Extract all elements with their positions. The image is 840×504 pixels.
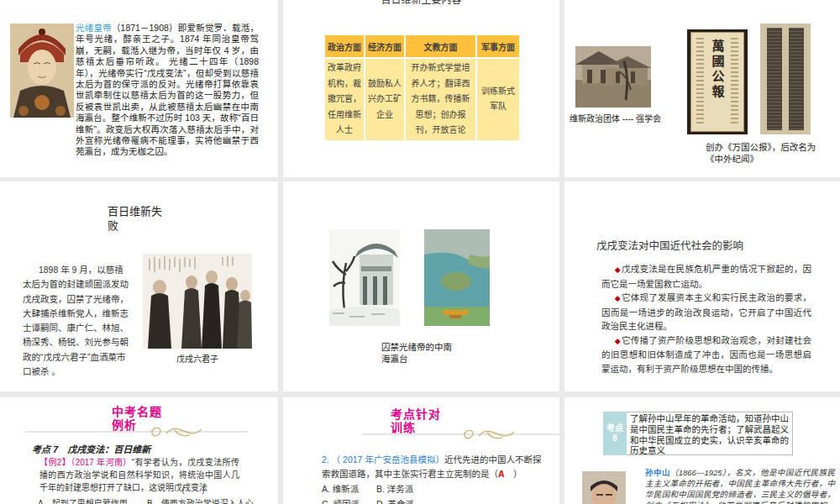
slide-practice[interactable]: 考点针对 训练 2. （ 2017 年广安岳池县模拟）近代先进的中国人不断探索救…	[283, 397, 559, 504]
guangxu-name-link: 光绪皇帝	[76, 23, 112, 33]
table-cell: 改革政府机构，裁撤冗官，任用维新人士	[324, 58, 365, 141]
option-c[interactable]: C. 顽固派	[322, 497, 360, 504]
guangxu-biography-text: 光绪皇帝（1871－1908）即爱新觉罗．载湉，年号光绪，醇亲王之子。1874 …	[76, 23, 259, 158]
table-body-row: 改革政府机构，裁撤冗官，任用维新人士 鼓励私人兴办工矿企业 开办新式学堂培养人才…	[324, 58, 520, 141]
failure-body-text: 1898 年 9 月，以慈禧太后为首的封建顽固派发动戊戌政变，囚禁了光绪帝，大肆…	[23, 263, 131, 379]
example-label: 【例2】	[39, 458, 71, 467]
answer-letter: A	[498, 469, 505, 479]
table-header-row: 政治方面 经济方面 文教方面 军事方面	[324, 34, 520, 58]
wanguo-gongbao-cover-image: 萬國公報	[687, 29, 748, 134]
question-source: （ 2017 年广安岳池县模拟）	[332, 454, 444, 465]
six-gentlemen-painting	[143, 254, 252, 349]
option-a[interactable]: A. 维新派	[322, 482, 359, 495]
slide-sun-yatsen[interactable]: 考点 8 了解孙中山早年的革命活动，知道孙中山是中国民主革命的先行者；了解武昌起…	[564, 397, 840, 504]
question-number: 2.	[322, 454, 332, 465]
col-header: 军事方面	[476, 34, 520, 58]
wanguo-gongbao-title: 萬國公報	[709, 39, 727, 100]
col-header: 政治方面	[324, 34, 365, 58]
sun-yatsen-bio-text: 孙中山（1866—1925），名文，他是中国近代民族民主主义革命的开拓者，中国民…	[645, 467, 835, 504]
slide-yingtai[interactable]: 囚禁光绪帝的中南海瀛台	[283, 181, 559, 391]
table-cell: 开办新式学堂培养人才；翻译西方书籍，传播新思想；创办报刊，开放言论	[405, 58, 476, 141]
kaodian-8-box: 考点 8 了解孙中山早年的革命活动，知道孙中山是中国民主革命的先行者；了解武昌起…	[603, 412, 793, 455]
qiangxuehui-caption: 维新政治团体 ---- 强学会	[570, 112, 683, 124]
section-title: 中考名题 例析	[112, 405, 162, 432]
diamond-bullet-icon: ◆	[615, 337, 621, 345]
table-cell: 训练新式军队	[476, 58, 520, 141]
option-a[interactable]: A．起到了思想启蒙作用	[38, 496, 128, 504]
diamond-bullet-icon: ◆	[615, 294, 621, 302]
six-gentlemen-caption: 戊戌六君子	[143, 352, 252, 365]
col-header: 经济方面	[365, 34, 405, 58]
sun-yatsen-photo	[582, 471, 626, 504]
yingtai-snow-drawing	[329, 229, 400, 326]
yingtai-caption: 囚禁光绪帝的中南海瀛台	[381, 341, 459, 365]
bullet-item: ◆它体现了发展资本主义和实行民主政治的要求，因而是一场进步的政治改良运动，它开启…	[601, 291, 811, 333]
slide-reform-content[interactable]: 百日维新主要内容 政治方面 经济方面 文教方面 军事方面 改革政府机构，裁撤冗官…	[283, 0, 559, 177]
bullet-item: ◆戊戌变法是在民族危机严重的情况下掀起的，因而它是一场爱国救亡运动。	[601, 262, 811, 291]
diamond-bullet-icon: ◆	[615, 265, 621, 274]
kaodian-8-label: 考点 8	[603, 412, 627, 455]
option-b[interactable]: B．使西方政治学说深入人心	[147, 496, 254, 504]
bullet-item: ◆它传播了资产阶级思想和政治观念，对封建社会的旧思想和旧体制造成了冲击，因而也是…	[601, 333, 811, 376]
table-cell: 鼓励私人兴办工矿企业	[365, 58, 405, 141]
zhongnanhai-aerial-photo	[424, 229, 490, 326]
kaodian-8-scope-text: 了解孙中山早年的革命活动，知道孙中山是中国民主革命的先行者；了解武昌起义和中华民…	[627, 412, 793, 455]
slide-reform-influence[interactable]: 戊戌变法对中国近代社会的影响 ◆戊戌变法是在民族危机严重的情况下掀起的，因而它是…	[564, 181, 840, 391]
slide-title: 百日维新失败	[108, 204, 168, 233]
slide-reform-failure[interactable]: 百日维新失败 1898 年 9 月，以慈禧太后为首的封建顽固派发动戊戌政变，囚禁…	[0, 181, 278, 391]
col-header: 文教方面	[405, 34, 476, 58]
zhongwai-jiwen-pages-image	[760, 24, 811, 134]
wanguo-gongbao-caption: 创办《万国公报》，后改名为《中外纪闻》	[706, 141, 832, 165]
qiangxuehui-building-photo	[575, 46, 651, 108]
slide-qiangxuehui[interactable]: 维新政治团体 ---- 强学会 萬國公報 创办《万国公报》，后改名为《中外纪闻》	[564, 0, 840, 177]
slide-title: 百日维新主要内容	[283, 0, 559, 6]
reform-content-table: 政治方面 经济方面 文教方面 军事方面 改革政府机构，裁撤冗官，任用维新人士 鼓…	[323, 34, 521, 142]
guangxu-portrait-image	[10, 24, 74, 118]
option-d[interactable]: D. 革命派	[376, 497, 414, 504]
slide-guangxu-emperor[interactable]: 光绪皇帝（1871－1908）即爱新觉罗．载湉，年号光绪，醇亲王之子。1874 …	[0, 0, 278, 177]
sun-yatsen-name-link: 孙中山	[645, 468, 670, 477]
example-source: （2017 年河南）	[71, 458, 132, 467]
option-b[interactable]: B. 洋务派	[376, 482, 413, 495]
answer-brackets: （ ）	[176, 484, 239, 496]
kaodian-7-heading: 考点 7 戊戌变法：百日维新	[32, 442, 150, 455]
practice-question: 2. （ 2017 年广安岳池县模拟）近代先进的中国人不断探索救国道路，其中主张…	[322, 453, 542, 481]
influence-bullet-list: ◆戊戌变法是在民族危机严重的情况下掀起的，因而它是一场爱国救亡运动。 ◆它体现了…	[601, 262, 811, 375]
section-title: 考点针对 训练	[391, 407, 441, 434]
slide-exam-example[interactable]: 中考名题 例析 考点 7 戊戌变法：百日维新 【例2】（2017 年河南）“有学…	[0, 397, 278, 504]
slide-title: 戊戌变法对中国近代社会的影响	[596, 237, 743, 253]
